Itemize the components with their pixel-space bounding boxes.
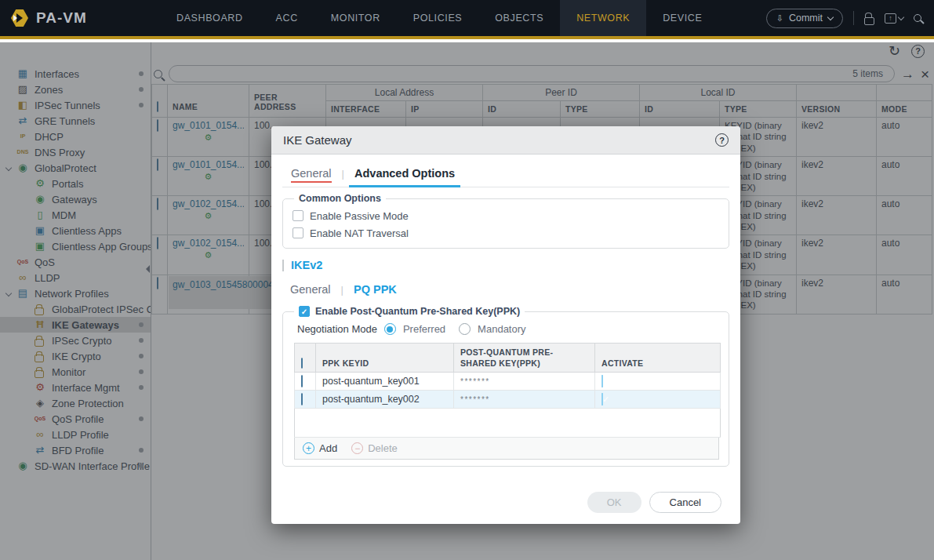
ppk-keyid-cell[interactable]: post-quantum_key001 — [316, 373, 454, 391]
nav-tab[interactable]: ACC — [260, 0, 314, 36]
nav-tab[interactable]: NETWORK — [560, 0, 646, 36]
delete-button[interactable]: − Delete — [351, 442, 398, 454]
ppk-row-checkbox[interactable] — [301, 375, 303, 387]
negotiation-mode-row: Negotiation Mode Preferred Mandatory — [297, 323, 719, 335]
ppk-column-activate[interactable]: ACTIVATE — [595, 344, 721, 373]
section-divider — [282, 260, 284, 271]
config-export-button[interactable]: ↑ — [885, 13, 903, 24]
ppk-row[interactable]: post-quantum_key001 ******* — [295, 373, 721, 391]
minus-circle-icon: − — [351, 442, 363, 454]
ppk-table-footer: + Add − Delete — [294, 438, 719, 460]
preferred-label: Preferred — [403, 323, 445, 335]
common-options-legend: Common Options — [294, 193, 386, 204]
ok-button[interactable]: OK — [587, 492, 641, 513]
ppk-table-filler — [295, 409, 721, 438]
delete-label: Delete — [368, 442, 398, 454]
top-navigation-bar: PA-VM DASHBOARD ACC MONITOR POLICIES OBJ… — [0, 0, 934, 39]
passive-mode-row: Enable Passive Mode — [293, 207, 719, 224]
ppk-row-selected[interactable]: post-quantum_key002 ******* — [295, 391, 721, 409]
divider — [853, 11, 854, 25]
nav-tab[interactable]: MONITOR — [314, 0, 397, 36]
export-icon: ↑ — [885, 13, 896, 24]
dialog-body: General | Advanced Options Common Option… — [271, 155, 740, 524]
ppk-key-masked: ******* — [460, 377, 490, 386]
tab-advanced-options[interactable]: Advanced Options — [354, 167, 455, 187]
ppk-activate-checkbox[interactable] — [601, 375, 603, 387]
lock-icon[interactable] — [864, 17, 874, 25]
ikev2-section-header: IKEv2 — [282, 259, 729, 271]
ppk-column-key[interactable]: POST-QUANTUM PRE-SHARED KEY(PPK) — [454, 344, 595, 373]
negotiation-mode-label: Negotiation Mode — [297, 323, 377, 335]
dialog-titlebar: IKE Gateway ? — [271, 126, 740, 155]
global-search-icon[interactable] — [914, 14, 921, 22]
enable-nat-traversal-label: Enable NAT Traversal — [310, 227, 409, 239]
ppk-select-all-checkbox[interactable] — [301, 358, 303, 369]
ike-gateway-dialog: IKE Gateway ? General | Advanced Options… — [271, 126, 740, 524]
paloalto-logo-icon — [11, 9, 28, 27]
nav-tab[interactable]: DASHBOARD — [160, 0, 260, 36]
enable-passive-mode-label: Enable Passive Mode — [310, 210, 409, 222]
ppk-row-checkbox[interactable] — [301, 393, 303, 405]
ppk-legend: Enable Post-Quantum Pre-Shared Key(PPK) — [294, 306, 525, 317]
add-button[interactable]: + Add — [303, 442, 337, 454]
nav-tab[interactable]: POLICIES — [397, 0, 478, 36]
brand: PA-VM — [0, 0, 160, 36]
tab-general[interactable]: General — [291, 167, 332, 187]
subtab-pq-ppk[interactable]: PQ PPK — [354, 283, 397, 296]
topnav-actions: ⇩ Commit ↑ — [766, 0, 934, 36]
ppk-key-masked: ******* — [460, 395, 490, 404]
commit-button[interactable]: ⇩ Commit — [766, 9, 843, 28]
subtab-divider: | — [341, 284, 343, 296]
enable-ppk-checkbox[interactable] — [299, 306, 310, 317]
dialog-tabs: General | Advanced Options — [282, 155, 729, 187]
nav-tab[interactable]: OBJECTS — [478, 0, 560, 36]
chevron-down-icon — [898, 14, 904, 20]
ppk-select-all-header — [295, 344, 316, 373]
enable-passive-mode-checkbox[interactable] — [293, 210, 303, 221]
mandatory-label: Mandatory — [478, 323, 525, 335]
brand-name: PA-VM — [36, 9, 87, 27]
enable-ppk-label: Enable Post-Quantum Pre-Shared Key(PPK) — [315, 306, 520, 317]
ppk-activate-checkbox[interactable] — [601, 393, 603, 405]
commit-icon: ⇩ — [776, 14, 783, 23]
dialog-footer: OK Cancel — [282, 492, 729, 524]
subtab-general[interactable]: General — [290, 283, 331, 296]
ppk-keys-table: PPK KEYID POST-QUANTUM PRE-SHARED KEY(PP… — [294, 343, 721, 438]
ikev2-section-title: IKEv2 — [291, 259, 322, 271]
chevron-down-icon — [827, 14, 834, 20]
nat-traversal-row: Enable NAT Traversal — [293, 224, 719, 242]
add-label: Add — [319, 442, 337, 454]
enable-nat-traversal-checkbox[interactable] — [293, 227, 303, 238]
ppk-fieldset: Enable Post-Quantum Pre-Shared Key(PPK) … — [282, 306, 729, 467]
dialog-title: IKE Gateway — [283, 133, 352, 147]
preferred-radio[interactable] — [384, 323, 396, 335]
dialog-help-icon[interactable]: ? — [715, 133, 729, 147]
main-nav: DASHBOARD ACC MONITOR POLICIES OBJECTS N… — [160, 0, 718, 36]
ppk-keyid-cell[interactable]: post-quantum_key002 — [316, 391, 454, 409]
common-options-fieldset: Common Options Enable Passive Mode Enabl… — [282, 193, 729, 249]
cancel-button[interactable]: Cancel — [649, 492, 721, 513]
commit-label: Commit — [789, 13, 823, 24]
plus-circle-icon: + — [303, 442, 314, 454]
nav-tab[interactable]: DEVICE — [646, 0, 718, 36]
mandatory-radio[interactable] — [459, 323, 471, 335]
tab-divider: | — [342, 168, 344, 187]
ppk-column-keyid[interactable]: PPK KEYID — [316, 344, 454, 373]
ikev2-subtabs: General | PQ PPK — [290, 283, 729, 296]
